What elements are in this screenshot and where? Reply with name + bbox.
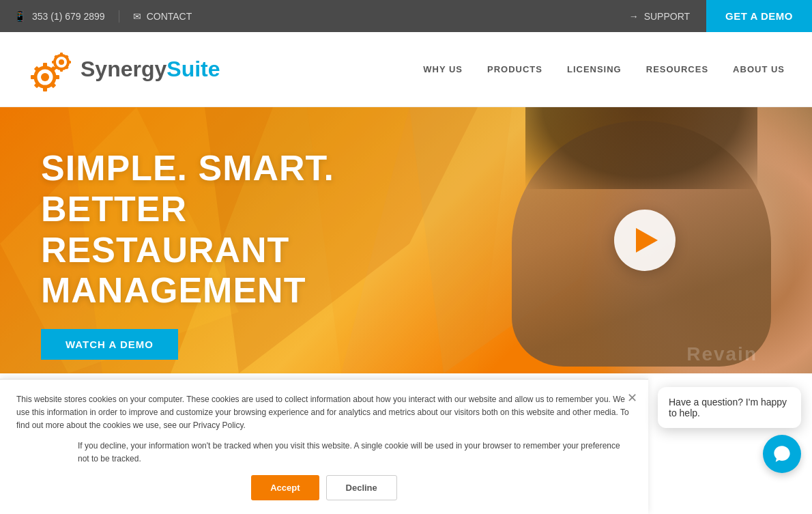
svg-point-11 <box>41 73 49 81</box>
nav-resources[interactable]: RESOURCES <box>646 64 708 74</box>
get-demo-button[interactable]: GET A DEMO <box>706 0 812 32</box>
phone-bar: 📱 353 (1) 679 2899 <box>0 10 119 23</box>
hero-line3: MANAGEMENT <box>41 270 437 311</box>
svg-rect-14 <box>31 75 36 79</box>
play-button[interactable] <box>614 210 676 271</box>
phone-icon: 📱 <box>14 10 27 23</box>
main-nav: WHY US PRODUCTS LICENSING RESOURCES ABOU… <box>423 64 785 74</box>
hero-line1: SIMPLE. SMART. <box>41 148 437 189</box>
hero-section: SIMPLE. SMART. BETTER RESTAURANT MANAGEM… <box>0 107 812 373</box>
svg-rect-12 <box>43 63 47 68</box>
svg-rect-13 <box>43 86 47 91</box>
nav-about-us[interactable]: ABOUT US <box>733 64 785 74</box>
svg-rect-15 <box>54 75 59 79</box>
svg-rect-5 <box>67 61 71 63</box>
logo-text: SynergySuite <box>81 57 220 82</box>
phone-number: 353 (1) 679 2899 <box>32 11 105 22</box>
top-bar: 📱 353 (1) 679 2899 ✉ CONTACT → SUPPORT G… <box>0 0 812 32</box>
nav-licensing[interactable]: LICENSING <box>567 64 622 74</box>
hero-cta-area: WATCH A DEMO <box>41 329 178 360</box>
nav-why-us[interactable]: WHY US <box>423 64 463 74</box>
contact-label: CONTACT <box>147 11 192 22</box>
svg-rect-2 <box>60 53 63 57</box>
contact-bar[interactable]: ✉ CONTACT <box>119 11 206 22</box>
hero-content: SIMPLE. SMART. BETTER RESTAURANT MANAGEM… <box>0 107 478 352</box>
top-bar-right: → SUPPORT GET A DEMO <box>613 0 812 32</box>
svg-rect-3 <box>60 68 63 72</box>
logo-icon <box>27 46 75 94</box>
support-icon: → <box>629 11 639 22</box>
mail-icon: ✉ <box>133 11 141 22</box>
nav-products[interactable]: PRODUCTS <box>487 64 542 74</box>
header: SynergySuite WHY US PRODUCTS LICENSING R… <box>0 32 812 107</box>
svg-rect-4 <box>52 61 56 63</box>
play-icon <box>636 228 658 253</box>
logo[interactable]: SynergySuite <box>27 46 220 94</box>
hero-title: SIMPLE. SMART. BETTER RESTAURANT MANAGEM… <box>41 148 437 311</box>
support-link[interactable]: → SUPPORT <box>613 11 706 22</box>
support-label: SUPPORT <box>644 11 690 22</box>
top-bar-left: 📱 353 (1) 679 2899 ✉ CONTACT <box>0 10 613 23</box>
watch-demo-button[interactable]: WATCH A DEMO <box>41 329 178 360</box>
hero-line2: BETTER RESTAURANT <box>41 189 437 271</box>
svg-point-1 <box>59 59 64 65</box>
